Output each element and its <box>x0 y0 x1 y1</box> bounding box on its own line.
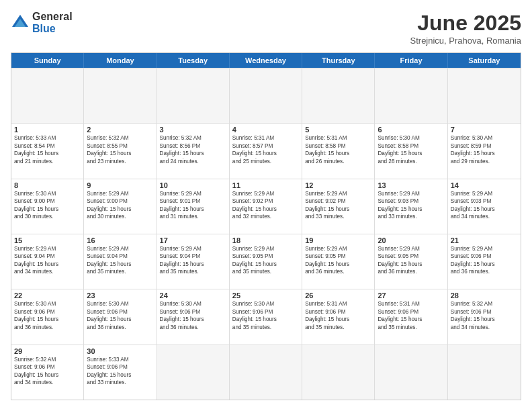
cell-info-line: and 34 minutes. <box>14 268 81 275</box>
cell-info-line: Sunset: 9:06 PM <box>160 308 226 316</box>
cell-info-line: and 35 minutes. <box>160 268 226 275</box>
day-number: 12 <box>305 181 371 189</box>
cell-info-line: and 36 minutes. <box>14 324 81 331</box>
day-number: 22 <box>14 291 81 300</box>
cell-info-line: and 29 minutes. <box>451 158 518 165</box>
cell-info-line: and 32 minutes. <box>232 213 299 220</box>
header-thursday: Thursday <box>302 53 375 68</box>
cal-cell-w0-d5 <box>375 68 447 123</box>
header-saturday: Saturday <box>448 53 521 68</box>
cal-cell-w4-d1: 23Sunrise: 5:30 AMSunset: 9:06 PMDayligh… <box>84 289 157 344</box>
cell-info-line: Sunrise: 5:32 AM <box>87 134 153 142</box>
cell-info-line: and 35 minutes. <box>232 324 299 331</box>
day-number: 28 <box>451 291 518 300</box>
cell-info-line: and 30 minutes. <box>87 213 153 220</box>
cell-info-line: and 35 minutes. <box>232 268 299 275</box>
cell-info-line: Sunrise: 5:31 AM <box>378 300 444 308</box>
cal-cell-w5-d5 <box>375 345 447 400</box>
cell-info-line: Sunset: 8:56 PM <box>160 142 226 150</box>
cal-cell-w4-d3: 25Sunrise: 5:30 AMSunset: 9:06 PMDayligh… <box>230 289 302 344</box>
cal-cell-w5-d4 <box>302 345 375 400</box>
cell-info-line: Daylight: 15 hours <box>14 261 81 268</box>
cal-cell-w5-d1: 30Sunrise: 5:33 AMSunset: 9:06 PMDayligh… <box>84 345 157 400</box>
cell-info-line: and 36 minutes. <box>305 268 371 275</box>
cal-cell-w3-d6: 21Sunrise: 5:29 AMSunset: 9:06 PMDayligh… <box>448 234 521 289</box>
cal-cell-w0-d6 <box>448 68 521 123</box>
day-number: 20 <box>378 236 444 244</box>
cell-info-line: Daylight: 15 hours <box>232 205 299 213</box>
cell-info-line: and 34 minutes. <box>451 213 518 220</box>
cell-info-line: Sunrise: 5:29 AM <box>87 245 153 253</box>
logo: General Blue <box>11 11 73 34</box>
cell-info-line: and 31 minutes. <box>160 213 226 220</box>
cell-info-line: Sunset: 9:06 PM <box>87 308 153 316</box>
cell-info-line: Sunset: 8:58 PM <box>305 142 371 150</box>
cal-cell-w1-d0: 1Sunrise: 5:33 AMSunset: 8:54 PMDaylight… <box>11 124 84 178</box>
cell-info-line: Sunrise: 5:29 AM <box>451 190 518 197</box>
cell-info-line: Sunset: 9:00 PM <box>87 197 153 205</box>
cell-info-line: Sunrise: 5:29 AM <box>232 190 299 197</box>
calendar: Sunday Monday Tuesday Wednesday Thursday… <box>11 52 521 400</box>
day-number: 11 <box>232 181 299 189</box>
cell-info-line: Sunrise: 5:30 AM <box>87 300 153 308</box>
cell-info-line: and 23 minutes. <box>87 158 153 165</box>
day-number: 2 <box>87 126 153 134</box>
day-number: 10 <box>160 181 226 189</box>
cell-info-line: Sunset: 9:00 PM <box>14 197 81 205</box>
cal-cell-w3-d1: 16Sunrise: 5:29 AMSunset: 9:04 PMDayligh… <box>84 234 157 289</box>
day-number: 15 <box>14 236 81 244</box>
cell-info-line: Daylight: 15 hours <box>451 316 518 323</box>
cell-info-line: Sunset: 9:03 PM <box>378 197 444 205</box>
cal-cell-w3-d0: 15Sunrise: 5:29 AMSunset: 9:04 PMDayligh… <box>11 234 84 289</box>
cal-cell-w4-d0: 22Sunrise: 5:30 AMSunset: 9:06 PMDayligh… <box>11 289 84 344</box>
cell-info-line: and 33 minutes. <box>378 213 444 220</box>
cell-info-line: Daylight: 15 hours <box>305 316 371 323</box>
cal-cell-w1-d5: 6Sunrise: 5:30 AMSunset: 8:58 PMDaylight… <box>375 124 447 178</box>
cell-info-line: Daylight: 15 hours <box>451 150 518 157</box>
cal-cell-w1-d2: 3Sunrise: 5:32 AMSunset: 8:56 PMDaylight… <box>157 124 230 178</box>
cell-info-line: and 35 minutes. <box>87 268 153 275</box>
title-block: June 2025 Strejnicu, Prahova, Romania <box>410 11 521 46</box>
cell-info-line: Daylight: 15 hours <box>305 150 371 157</box>
cell-info-line: and 33 minutes. <box>305 213 371 220</box>
calendar-header: Sunday Monday Tuesday Wednesday Thursday… <box>11 53 521 68</box>
day-number: 1 <box>14 126 81 134</box>
cal-cell-w2-d0: 8Sunrise: 5:30 AMSunset: 9:00 PMDaylight… <box>11 179 84 234</box>
cell-info-line: Daylight: 15 hours <box>87 150 153 157</box>
cell-info-line: and 21 minutes. <box>14 158 81 165</box>
cal-cell-w2-d1: 9Sunrise: 5:29 AMSunset: 9:00 PMDaylight… <box>84 179 157 234</box>
cell-info-line: Sunrise: 5:29 AM <box>14 245 81 253</box>
cal-cell-w2-d3: 11Sunrise: 5:29 AMSunset: 9:02 PMDayligh… <box>230 179 302 234</box>
header: General Blue June 2025 Strejnicu, Prahov… <box>11 11 521 46</box>
cell-info-line: Sunrise: 5:29 AM <box>378 245 444 253</box>
cal-week-2: 8Sunrise: 5:30 AMSunset: 9:00 PMDaylight… <box>11 179 521 234</box>
day-number: 4 <box>232 126 299 134</box>
cell-info-line: Daylight: 15 hours <box>451 261 518 268</box>
cell-info-line: Daylight: 15 hours <box>305 261 371 268</box>
day-number: 9 <box>87 181 153 189</box>
month-title: June 2025 <box>410 11 521 36</box>
cal-cell-w0-d4 <box>302 68 375 123</box>
cal-week-1: 1Sunrise: 5:33 AMSunset: 8:54 PMDaylight… <box>11 123 521 178</box>
cal-cell-w4-d5: 27Sunrise: 5:31 AMSunset: 9:06 PMDayligh… <box>375 289 447 344</box>
cell-info-line: Daylight: 15 hours <box>232 150 299 157</box>
cell-info-line: Daylight: 15 hours <box>160 150 226 157</box>
cell-info-line: Sunset: 9:06 PM <box>14 308 81 316</box>
cell-info-line: and 36 minutes. <box>160 324 226 331</box>
day-number: 21 <box>451 236 518 244</box>
cell-info-line: Sunset: 9:05 PM <box>305 253 371 260</box>
cell-info-line: and 30 minutes. <box>14 213 81 220</box>
cell-info-line: Sunset: 9:03 PM <box>451 197 518 205</box>
day-number: 13 <box>378 181 444 189</box>
cell-info-line: Sunrise: 5:29 AM <box>232 245 299 253</box>
header-wednesday: Wednesday <box>230 53 302 68</box>
cell-info-line: Sunrise: 5:29 AM <box>451 245 518 253</box>
cell-info-line: Sunset: 9:05 PM <box>232 253 299 260</box>
logo-blue: Blue <box>32 23 73 35</box>
cal-cell-w1-d3: 4Sunrise: 5:31 AMSunset: 8:57 PMDaylight… <box>230 124 302 178</box>
cal-cell-w0-d1 <box>84 68 157 123</box>
cell-info-line: Sunset: 8:57 PM <box>232 142 299 150</box>
location-subtitle: Strejnicu, Prahova, Romania <box>410 36 521 46</box>
cell-info-line: and 35 minutes. <box>305 324 371 331</box>
cell-info-line: Sunrise: 5:30 AM <box>14 190 81 197</box>
